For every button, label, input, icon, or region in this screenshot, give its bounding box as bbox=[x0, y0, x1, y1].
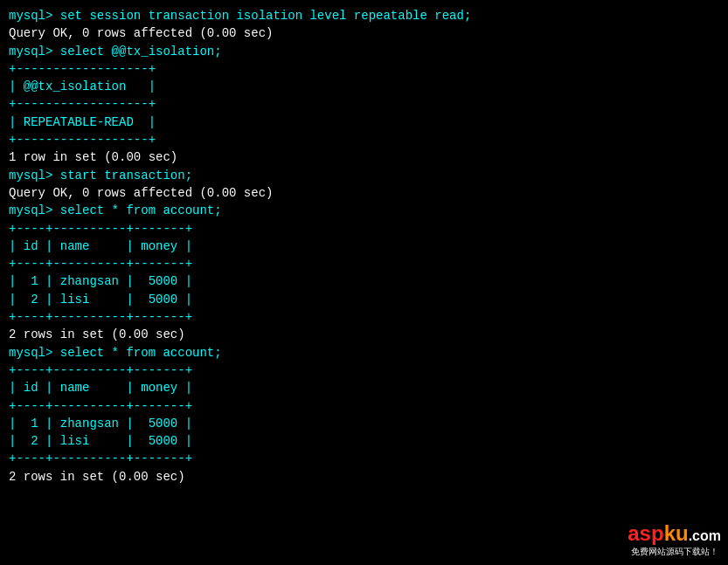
terminal-line: | @@tx_isolation | bbox=[9, 78, 719, 95]
brand-ku: ku bbox=[664, 521, 689, 545]
terminal: mysql> set session transaction isolation… bbox=[0, 0, 728, 565]
brand-asp: asp bbox=[627, 521, 663, 545]
terminal-line: +------------------+ bbox=[9, 60, 719, 78]
terminal-line: | id | name | money | bbox=[9, 238, 719, 255]
brand-com: com bbox=[692, 528, 721, 543]
terminal-line: | 1 | zhangsan | 5000 | bbox=[9, 272, 719, 290]
terminal-line: 1 row in set (0.00 sec) bbox=[9, 148, 719, 166]
terminal-line: +------------------+ bbox=[9, 95, 719, 113]
terminal-line: | REPEATABLE-READ | bbox=[9, 114, 719, 131]
terminal-line: mysql> select @@tx_isolation; bbox=[9, 43, 719, 60]
terminal-line: mysql> start transaction; bbox=[9, 167, 719, 184]
terminal-line: 2 rows in set (0.00 sec) bbox=[9, 468, 719, 486]
terminal-line: +------------------+ bbox=[9, 131, 719, 148]
terminal-line: Query OK, 0 rows affected (0.00 sec) bbox=[9, 24, 719, 42]
terminal-line: | id | name | money | bbox=[9, 379, 719, 396]
terminal-line: +----+----------+-------+ bbox=[9, 308, 719, 326]
brand-tagline: 免费网站源码下载站！ bbox=[627, 546, 721, 558]
terminal-line: mysql> select * from account; bbox=[9, 202, 719, 219]
terminal-line: mysql> select * from account; bbox=[9, 344, 719, 362]
terminal-line: | 1 | zhangsan | 5000 | bbox=[9, 415, 719, 432]
terminal-line: 2 rows in set (0.00 sec) bbox=[9, 326, 719, 343]
brand-watermark: aspku.com 免费网站源码下载站！ bbox=[627, 521, 721, 558]
terminal-line: +----+----------+-------+ bbox=[9, 220, 719, 238]
terminal-line: | 2 | lisi | 5000 | bbox=[9, 432, 719, 450]
terminal-line: mysql> set session transaction isolation… bbox=[9, 7, 719, 24]
terminal-line: +----+----------+-------+ bbox=[9, 255, 719, 272]
terminal-line: Query OK, 0 rows affected (0.00 sec) bbox=[9, 184, 719, 202]
terminal-line: | 2 | lisi | 5000 | bbox=[9, 291, 719, 308]
terminal-line: +----+----------+-------+ bbox=[9, 397, 719, 415]
terminal-line: +----+----------+-------+ bbox=[9, 450, 719, 467]
terminal-line: +----+----------+-------+ bbox=[9, 362, 719, 379]
